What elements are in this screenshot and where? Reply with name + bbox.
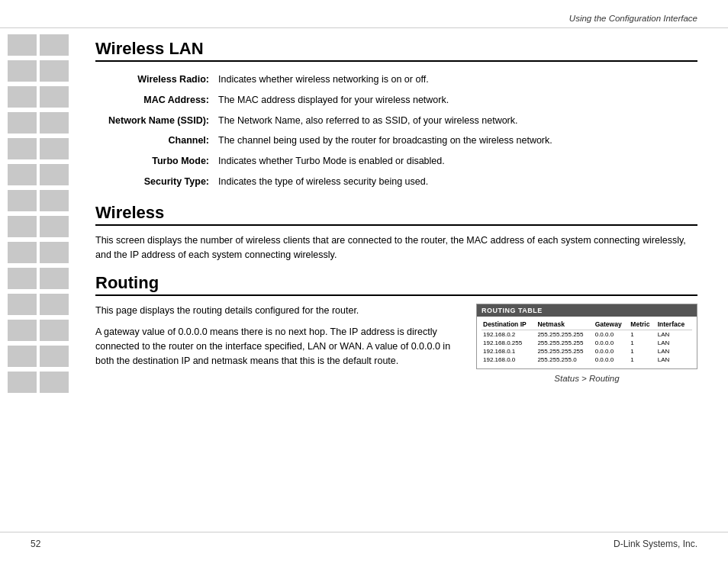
routing-table-row: 192.168.0.0255.255.255.00.0.0.01LAN [482,355,692,364]
routing-text: This page displays the routing details c… [95,304,461,375]
page-header: Using the Configuration Interface [0,0,728,28]
sidebar-block [8,60,37,82]
page-footer: 52 D-Link Systems, Inc. [0,532,728,549]
sidebar-block [8,372,37,393]
field-value: The channel being used by the router for… [214,130,697,151]
field-value: The MAC address displayed for your wirel… [214,90,697,111]
sidebar-block [8,164,37,185]
sidebar-block [40,164,69,185]
routing-table-cell: 0.0.0.0 [594,330,630,339]
routing-table-cell: 1 [629,330,656,339]
sidebar-block [8,346,37,367]
routing-table-cell: 192.168.0.0 [482,355,536,364]
routing-col-header: Netmask [536,320,593,330]
routing-layout: This page displays the routing details c… [95,304,697,383]
routing-table-cell: 0.0.0.0 [594,355,630,364]
breadcrumb-text: Using the Configuration Interface [569,14,697,23]
wireless-title: Wireless [95,203,697,226]
sidebar-row [0,372,84,393]
sidebar-row [0,86,84,108]
sidebar-row [0,190,84,211]
wlan-field-row: Turbo Mode:Indicates whether Turbo Mode … [95,151,697,172]
routing-table-cell: 255.255.255.255 [536,347,593,355]
routing-table-cell: 0.0.0.0 [594,339,630,347]
sidebar-row [0,112,84,134]
field-label: Wireless Radio: [95,69,214,90]
wireless-section: Wireless This screen displays the number… [95,203,697,263]
sidebar-block [40,34,69,56]
routing-table-cell: 1 [629,347,656,355]
routing-col-header: Destination IP [482,320,536,330]
routing-table-cell: LAN [656,355,692,364]
routing-paragraph: This page displays the routing details c… [95,304,461,318]
sidebar-block [8,86,37,108]
routing-table-cell: 255.255.255.255 [536,330,593,339]
routing-table-cell: 192.168.0.1 [482,347,536,355]
sidebar-block [8,190,37,211]
routing-table-row: 192.168.0.2255.255.255.2550.0.0.01LAN [482,330,692,339]
main-content: Wireless LAN Wireless Radio:Indicates wh… [88,39,728,413]
routing-table-cell: LAN [656,330,692,339]
field-label: Channel: [95,130,214,151]
routing-table-cell: 255.255.255.255 [536,339,593,347]
routing-table-cell: 0.0.0.0 [594,347,630,355]
wlan-field-row: Network Name (SSID):The Network Name, al… [95,111,697,131]
sidebar-block [8,112,37,134]
wlan-field-row: Security Type:Indicates the type of wire… [95,172,697,192]
sidebar-block [8,216,37,237]
routing-col-header: Metric [629,320,656,330]
company-name: D-Link Systems, Inc. [614,539,697,549]
sidebar-row [0,320,84,341]
sidebar-block [40,242,69,263]
field-label: Turbo Mode: [95,151,214,172]
sidebar-block [40,268,69,289]
field-label: Security Type: [95,172,214,192]
sidebar-block [8,138,37,159]
wlan-field-row: MAC Address:The MAC address displayed fo… [95,90,697,111]
field-value: Indicates whether wireless networking is… [214,69,697,90]
sidebar-block [8,294,37,315]
sidebar-block [8,242,37,263]
routing-col-header: Interface [656,320,692,330]
sidebar-row [0,346,84,367]
sidebar-block [40,372,69,393]
sidebar-row [0,242,84,263]
routing-paragraph: A gateway value of 0.0.0.0 means there i… [95,325,461,369]
wireless-lan-table: Wireless Radio:Indicates whether wireles… [95,69,697,192]
routing-table-cell: 192.168.0.2 [482,330,536,339]
routing-table-cell: 1 [629,355,656,364]
page-number: 52 [31,539,40,549]
sidebar-block [40,112,69,134]
routing-table-inner: Destination IPNetmaskGatewayMetricInterf… [477,317,697,368]
routing-table-cell: LAN [656,347,692,355]
routing-data-table: Destination IPNetmaskGatewayMetricInterf… [482,320,692,364]
wlan-field-row: Channel:The channel being used by the ro… [95,130,697,151]
routing-table-cell: 255.255.255.0 [536,355,593,364]
routing-section: Routing This page displays the routing d… [95,273,697,383]
routing-table-wrap: ROUTING TABLE Destination IPNetmaskGatew… [476,304,697,383]
wlan-field-row: Wireless Radio:Indicates whether wireles… [95,69,697,90]
routing-table-cell: 192.168.0.255 [482,339,536,347]
wireless-body: This screen displays the number of wirel… [95,233,697,263]
field-label: Network Name (SSID): [95,111,214,131]
routing-table-cell: 1 [629,339,656,347]
routing-table-row: 192.168.0.255255.255.255.2550.0.0.01LAN [482,339,692,347]
routing-table-container: ROUTING TABLE Destination IPNetmaskGatew… [476,304,697,369]
routing-table-row: 192.168.0.1255.255.255.2550.0.0.01LAN [482,347,692,355]
sidebar-row [0,216,84,237]
sidebar-block [40,216,69,237]
sidebar-block [40,294,69,315]
field-value: Indicates whether Turbo Mode is enabled … [214,151,697,172]
sidebar-block [40,138,69,159]
sidebar-block [40,320,69,341]
sidebar-row [0,164,84,185]
sidebar-block [8,320,37,341]
field-value: The Network Name, also referred to as SS… [214,111,697,131]
page-container: Using the Configuration Interface Wirele… [0,0,728,563]
sidebar-block [40,60,69,82]
routing-table-cell: LAN [656,339,692,347]
sidebar-block [40,190,69,211]
routing-title: Routing [95,273,697,296]
field-value: Indicates the type of wireless security … [214,172,697,192]
sidebar-row [0,268,84,289]
